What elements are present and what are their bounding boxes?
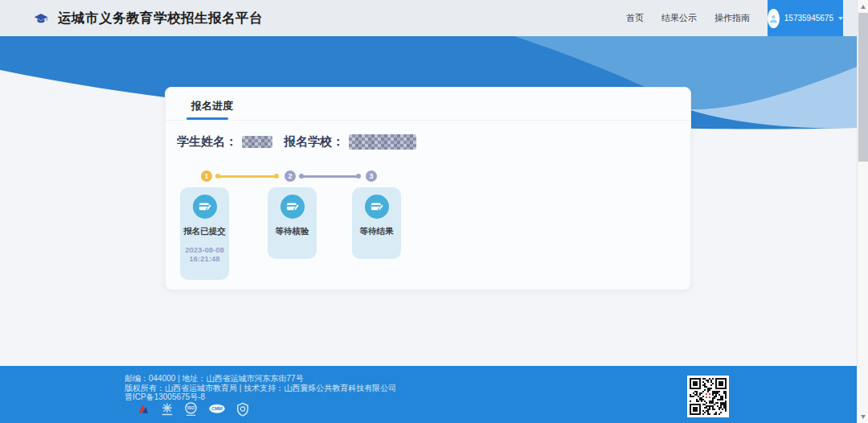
iso-badge-text: ISO — [187, 405, 194, 410]
page: 运城市义务教育学校招生报名平台 首页 结果公示 操作指南 15735945675… — [0, 0, 868, 423]
progress-card: 报名进度 学生姓名： 报名学校： 1 2 3 — [165, 87, 691, 290]
step-line-2-3 — [301, 175, 359, 178]
step-card-submitted: 报名已提交 2023-08-08 16:21:48 — [180, 187, 229, 280]
footer-address-line: 邮编：044000 | 地址：山西省运城市河东东街77号 — [125, 374, 396, 384]
top-header: 运城市义务教育学校招生报名平台 首页 结果公示 操作指南 15735945675 — [0, 0, 857, 36]
user-menu[interactable]: 15735945675 — [768, 0, 843, 36]
student-name-label: 学生姓名： — [177, 134, 237, 150]
cmmi-badge-text: CMMI — [211, 406, 223, 411]
divider — [166, 120, 690, 121]
top-nav: 首页 结果公示 操作指南 15735945675 — [626, 0, 857, 36]
cmmi-badge: CMMI — [208, 403, 226, 416]
person-icon — [768, 9, 780, 28]
form-edit-icon — [280, 195, 305, 219]
footer-text: 邮编：044000 | 地址：山西省运城市河东东街77号 版权所有：山西省运城市… — [125, 374, 396, 402]
step-line-1-2 — [217, 175, 277, 178]
footer-copyright-line: 版权所有：山西省运城市教育局 | 技术支持：山西寰烁公共教育科技有限公司 — [125, 384, 396, 393]
footer-badges: ISO CMMI — [137, 401, 249, 417]
qr-code — [687, 376, 729, 417]
step-time: 16:21:48 — [180, 254, 229, 263]
red-swoosh-logo — [137, 403, 150, 417]
vertical-scrollbar[interactable] — [857, 0, 868, 423]
qr-code-pattern — [690, 378, 727, 418]
step-card-verify: 等待核验 — [268, 187, 317, 259]
tab-progress[interactable]: 报名进度 — [191, 99, 233, 113]
user-phone: 15735945675 — [784, 14, 833, 23]
student-name-redacted — [242, 136, 272, 148]
footer: 邮编：044000 | 地址：山西省运城市河东东街77号 版权所有：山西省运城市… — [0, 366, 857, 423]
school-name-redacted — [349, 134, 416, 150]
step-2-number: 2 — [285, 170, 296, 182]
avatar — [768, 9, 780, 28]
step-label: 等待结果 — [352, 226, 401, 237]
step-label: 等待核验 — [268, 226, 317, 237]
scrollbar-up-arrow[interactable] — [858, 1, 868, 12]
iso-badge: ISO — [184, 402, 198, 417]
form-edit-icon — [193, 195, 217, 219]
step-1-number: 1 — [201, 170, 212, 182]
snowflake-logo — [161, 402, 174, 417]
graduation-cap-icon — [34, 12, 48, 25]
step-card-result: 等待结果 — [352, 187, 401, 259]
step-3-number: 3 — [366, 170, 377, 182]
scrollbar-down-arrow[interactable] — [858, 411, 868, 422]
school-label: 报名学校： — [284, 134, 344, 150]
nav-item-guide[interactable]: 操作指南 — [714, 12, 750, 24]
nav-item-home[interactable]: 首页 — [626, 12, 644, 24]
footer-icp-line: 晋ICP备13005675号-8 — [125, 392, 396, 402]
chevron-down-icon — [838, 17, 843, 20]
student-info-row: 学生姓名： 报名学校： — [177, 134, 416, 150]
nav-item-results[interactable]: 结果公示 — [661, 12, 697, 24]
page-title: 运城市义务教育学校招生报名平台 — [58, 10, 263, 27]
brand: 运城市义务教育学校招生报名平台 — [34, 10, 263, 27]
step-timestamp: 2023-08-08 16:21:48 — [180, 245, 229, 263]
step-label: 报名已提交 — [180, 226, 229, 237]
scrollbar-thumb[interactable] — [858, 13, 868, 162]
shield-badge — [236, 402, 249, 417]
form-edit-icon — [365, 195, 389, 219]
step-date: 2023-08-08 — [180, 245, 229, 254]
